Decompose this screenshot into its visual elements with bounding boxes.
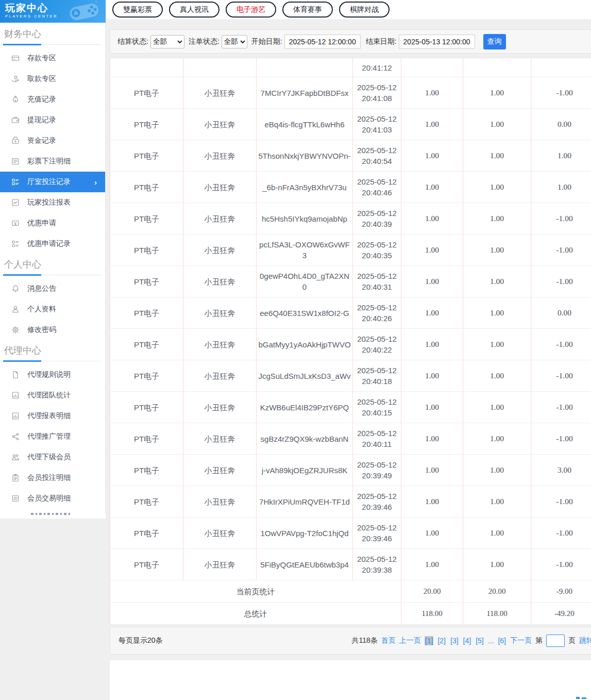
total-label: 总统计 <box>110 603 401 625</box>
cell-hall: PT电子 <box>110 140 183 172</box>
cell-bet: 1.00 <box>401 77 463 109</box>
first-page-link[interactable]: 首页 <box>381 636 396 645</box>
wallet-icon <box>11 116 21 124</box>
category-tabs: 雙赢彩票真人视讯电子游艺体育赛事棋牌对战 <box>112 2 390 18</box>
cell-bet: 1.00 <box>401 360 463 392</box>
sidebar-section-items: 存款专区取款专区充值记录提现记录资金记录彩票下注明细厅室投注记录›玩家投注报表优… <box>0 45 105 254</box>
sidebar-item[interactable]: 取款专区 <box>0 69 105 89</box>
cell-game: 小丑狂奔 <box>183 297 257 329</box>
jump-button[interactable]: 跳转 <box>579 636 591 645</box>
cell-valid <box>463 58 531 77</box>
page-link[interactable]: [4] <box>463 636 472 645</box>
sidebar-item[interactable]: 会员投注明细 <box>0 468 105 488</box>
cell-order-id: KzWB6uEl4IB29PztY6PQ <box>257 392 353 423</box>
tab-item[interactable]: 体育赛事 <box>282 2 333 18</box>
order-status-label: 注单状态: <box>189 37 219 46</box>
jump-prefix-label: 第 <box>535 636 543 645</box>
sidebar-item[interactable]: 资金记录 <box>0 130 105 151</box>
cell-order-id: JcgSuLdSmJLxKsD3_aWv <box>257 360 353 392</box>
cell-order-id: _6b-nFrA3n5yBXhrV73u <box>257 172 353 203</box>
cell-bet: 1.00 <box>401 486 463 518</box>
sidebar-item[interactable]: 代理下级会员 <box>0 447 105 468</box>
hand-coin-icon <box>11 75 21 83</box>
cell-valid: 1.00 <box>463 77 531 109</box>
grand-total-row: 总统计118.00118.00-49.20 <box>110 603 591 625</box>
page-link[interactable]: [1] <box>425 636 434 645</box>
page-total-row: 当前页统计20.0020.00-9.00 <box>110 580 591 603</box>
clipped-link-fragment <box>582 697 586 699</box>
bet-records-table: 20:41:12PT电子小丑狂奔7MCIrY7JKFapbDtBDFsx2025… <box>110 58 591 625</box>
settle-status-select[interactable]: 全部 <box>150 35 184 48</box>
cell-valid: 1.00 <box>463 172 531 203</box>
sidebar-item[interactable]: 优惠申请记录 <box>0 234 105 254</box>
sidebar-item[interactable]: 代理团队统计 <box>0 385 105 406</box>
sidebar-item[interactable]: 代理规则说明 <box>0 364 105 385</box>
start-date-input[interactable] <box>284 35 361 49</box>
cell-time: 2025-05-1220:40:15 <box>353 392 401 423</box>
sidebar-item[interactable]: 充值记录 <box>0 89 105 110</box>
cell-time: 2025-05-1220:40:54 <box>353 140 401 172</box>
sidebar-item[interactable]: 修改密码 <box>0 320 105 340</box>
sidebar-item[interactable]: 个人资料 <box>0 299 105 320</box>
cell-hall: PT电子 <box>110 109 183 140</box>
cell-time: 2025-05-1220:41:03 <box>353 109 401 140</box>
sidebar-item[interactable]: 提现记录 <box>0 110 105 130</box>
query-button[interactable]: 查询 <box>483 34 506 49</box>
cell-time: 2025-05-1220:40:39 <box>353 203 401 235</box>
total-count-label: 共118条 <box>352 636 378 645</box>
bet-records-table-panel: 20:41:12PT电子小丑狂奔7MCIrY7JKFapbDtBDFsx2025… <box>110 58 591 625</box>
last-page-link[interactable]: [6] <box>497 636 506 645</box>
sidebar-item[interactable]: 消息公告 <box>0 278 105 299</box>
cell-order-id: j-vAh89kjOEgZRJURs8K <box>257 455 353 486</box>
sidebar-item[interactable]: 彩票下注明细 <box>0 151 105 172</box>
total-winloss: -9.00 <box>531 580 591 603</box>
cell-winloss: -1.00 <box>531 423 591 455</box>
cell-time: 20:41:12 <box>353 58 401 77</box>
jump-page-input[interactable] <box>546 635 565 647</box>
cell-bet: 1.00 <box>401 455 463 486</box>
cell-valid: 1.00 <box>463 392 531 423</box>
cell-game: 小丑狂奔 <box>183 392 257 423</box>
sidebar-item[interactable]: 会员交易明细 <box>0 488 105 509</box>
sidebar-item[interactable]: 代理推广管理 <box>0 426 105 447</box>
page-link[interactable]: [3] <box>450 636 459 645</box>
cell-hall: PT电子 <box>110 518 183 549</box>
cell-time: 2025-05-1220:40:46 <box>353 172 401 203</box>
prev-page-link[interactable]: 上一页 <box>399 636 421 645</box>
sidebar-section-items: 消息公告个人资料修改密码 <box>0 275 105 340</box>
sidebar-item[interactable]: 优惠申请 <box>0 213 105 234</box>
per-page-label: 每页显示20条 <box>119 636 163 645</box>
clipped-link-fragment <box>576 697 580 699</box>
gear-icon <box>11 326 21 334</box>
cell-hall: PT电子 <box>110 77 183 109</box>
tab-item[interactable]: 雙赢彩票 <box>112 2 163 18</box>
sidebar-item[interactable]: 玩家投注报表 <box>0 192 105 213</box>
cell-bet: 1.00 <box>401 109 463 140</box>
tab-active[interactable]: 电子游艺 <box>226 2 276 18</box>
sidebar-item-label: 彩票下注明细 <box>27 157 71 166</box>
sidebar-item[interactable]: 厅室投注记录› <box>0 172 105 192</box>
next-page-link[interactable]: 下一页 <box>510 636 532 645</box>
tab-item[interactable]: 真人视讯 <box>169 2 219 18</box>
cell-winloss: 0.00 <box>531 109 591 140</box>
sidebar-item[interactable]: 存款专区 <box>0 48 105 69</box>
cell-time: 2025-05-1220:40:18 <box>353 360 401 392</box>
page-link[interactable]: [2] <box>437 636 446 645</box>
page-link[interactable]: [5] <box>475 636 484 645</box>
cell-order-id: 5ThsonNxkjYBWYNVOPn- <box>257 140 353 172</box>
end-date-input[interactable] <box>399 35 475 49</box>
total-bet: 118.00 <box>401 603 463 625</box>
order-status-select[interactable]: 全部 <box>222 35 247 48</box>
cell-winloss: -1.00 <box>531 235 591 266</box>
filter-bar: 结算状态: 全部 注单状态: 全部 开始日期: 结束日期: 查询 <box>110 29 591 54</box>
settle-status-label: 结算状态: <box>117 37 148 46</box>
cell-order-id: 0gewP4OhL4D0_gTA2XN0 <box>257 266 353 297</box>
cell-time: 2025-05-1220:40:11 <box>353 423 401 455</box>
start-date-label: 开始日期: <box>251 37 282 46</box>
sidebar: 玩家中心 PLAYERS CENTER 财务中心存款专区取款专区充值记录提现记录… <box>0 0 106 517</box>
cell-winloss: 1.00 <box>531 140 591 172</box>
tab-item[interactable]: 棋牌对战 <box>339 2 390 18</box>
cell-hall: PT电子 <box>110 266 183 297</box>
sidebar-item[interactable]: 代理报表明细 <box>0 406 105 426</box>
sidebar-item-label: 修改密码 <box>27 325 56 335</box>
